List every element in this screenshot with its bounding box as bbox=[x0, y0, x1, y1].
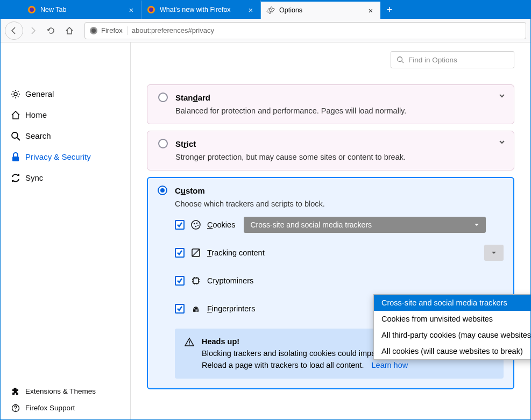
tab-whats-new[interactable]: What's new with Firefox × bbox=[141, 1, 261, 19]
tab-label: What's new with Firefox bbox=[160, 6, 242, 13]
svg-point-7 bbox=[12, 132, 18, 138]
option-label: Fingerprinters bbox=[207, 304, 255, 313]
search-icon bbox=[10, 131, 21, 141]
close-icon[interactable]: × bbox=[366, 6, 375, 15]
svg-point-11 bbox=[192, 220, 200, 229]
svg-rect-17 bbox=[193, 278, 199, 283]
svg-point-14 bbox=[195, 226, 196, 227]
options-search-input[interactable]: Find in Options bbox=[391, 51, 514, 68]
protection-card-strict[interactable]: Strict Stronger protection, but may caus… bbox=[147, 131, 514, 170]
sidebar-label: Home bbox=[25, 110, 47, 119]
card-title: Standard bbox=[175, 93, 210, 102]
chevron-down-icon bbox=[474, 222, 479, 227]
warning-icon bbox=[185, 337, 194, 371]
url-text: about:preferences#privacy bbox=[132, 26, 214, 34]
gear-icon bbox=[10, 89, 21, 99]
radio-strict[interactable] bbox=[158, 139, 168, 148]
option-cookies: Cookies Cross-site and social media trac… bbox=[175, 217, 504, 233]
tab-options[interactable]: Options × bbox=[261, 1, 380, 19]
home-button[interactable] bbox=[61, 22, 78, 39]
svg-point-6 bbox=[14, 92, 17, 96]
tab-label: New Tab bbox=[40, 6, 123, 13]
option-label: Tracking content bbox=[207, 248, 265, 257]
svg-point-3 bbox=[149, 8, 153, 12]
firefox-logo-icon bbox=[89, 26, 98, 35]
reload-button[interactable] bbox=[43, 22, 60, 39]
card-title: Strict bbox=[175, 139, 196, 148]
svg-point-13 bbox=[196, 223, 197, 224]
crypto-icon bbox=[191, 276, 201, 286]
dropdown-item[interactable]: All third-party cookies (may cause websi… bbox=[374, 327, 530, 343]
chevron-down-icon[interactable] bbox=[499, 91, 505, 101]
forward-button[interactable] bbox=[24, 22, 41, 39]
main-panel: Find in Options Standard Balanced for pr… bbox=[131, 42, 530, 420]
option-cryptominers: Cryptominers bbox=[175, 273, 504, 289]
learn-how-link[interactable]: Learn how bbox=[372, 361, 408, 369]
svg-point-15 bbox=[197, 225, 199, 226]
svg-point-1 bbox=[30, 8, 34, 12]
sidebar-item-general[interactable]: General bbox=[1, 83, 130, 104]
sidebar-item-privacy[interactable]: Privacy & Security bbox=[1, 146, 130, 167]
sidebar-item-home[interactable]: Home bbox=[1, 104, 130, 125]
new-tab-button[interactable]: + bbox=[380, 1, 399, 19]
search-placeholder: Find in Options bbox=[408, 56, 457, 64]
card-description: Balanced for protection and performance.… bbox=[175, 106, 503, 115]
help-icon bbox=[11, 404, 20, 412]
card-title: Custom bbox=[175, 186, 205, 195]
close-icon[interactable]: × bbox=[246, 5, 255, 15]
dropdown-item[interactable]: Cookies from unvisited websites bbox=[374, 311, 530, 327]
back-button[interactable] bbox=[5, 22, 23, 40]
identity-box[interactable]: Firefox bbox=[89, 26, 128, 35]
nav-toolbar: Firefox about:preferences#privacy bbox=[1, 19, 530, 42]
tab-label: Options bbox=[279, 6, 362, 14]
card-description: Choose which trackers and scripts to blo… bbox=[175, 200, 504, 208]
sidebar-label: Privacy & Security bbox=[25, 152, 91, 161]
sidebar: General Home Search Privacy & Security S… bbox=[1, 42, 131, 420]
option-label: Cryptominers bbox=[207, 276, 253, 285]
puzzle-icon bbox=[11, 387, 20, 396]
cookie-icon bbox=[191, 220, 201, 230]
tab-new-tab[interactable]: New Tab × bbox=[22, 1, 141, 19]
tab-strip: New Tab × What's new with Firefox × Opti… bbox=[1, 1, 530, 19]
sync-icon bbox=[10, 173, 21, 183]
sidebar-label: Search bbox=[25, 131, 51, 140]
checkbox-cryptominers[interactable] bbox=[175, 276, 185, 286]
sidebar-item-support[interactable]: Firefox Support bbox=[1, 400, 130, 416]
gear-icon bbox=[266, 6, 275, 15]
sidebar-label: Sync bbox=[25, 173, 43, 182]
checkbox-tracking[interactable] bbox=[175, 248, 185, 258]
sidebar-item-extensions[interactable]: Extensions & Themes bbox=[1, 383, 130, 400]
home-icon bbox=[10, 110, 21, 120]
select-value: Cross-site and social media trackers bbox=[250, 220, 372, 229]
chevron-down-icon bbox=[491, 250, 497, 255]
sidebar-label: Firefox Support bbox=[25, 404, 75, 412]
checkbox-cookies[interactable] bbox=[175, 220, 185, 230]
cookies-dropdown: Cross-site and social media trackers Coo… bbox=[373, 294, 530, 360]
svg-point-10 bbox=[398, 57, 402, 62]
svg-point-12 bbox=[194, 223, 195, 224]
firefox-icon bbox=[27, 5, 36, 14]
tracking-icon bbox=[191, 248, 201, 258]
sidebar-label: General bbox=[25, 89, 54, 98]
radio-custom[interactable] bbox=[158, 186, 167, 195]
url-bar[interactable]: Firefox about:preferences#privacy bbox=[84, 22, 526, 39]
dropdown-item[interactable]: Cross-site and social media trackers bbox=[374, 295, 530, 311]
lock-icon bbox=[10, 152, 21, 162]
cookies-select[interactable]: Cross-site and social media trackers bbox=[244, 217, 486, 233]
notice-title: Heads up! bbox=[202, 337, 239, 346]
sidebar-item-sync[interactable]: Sync bbox=[1, 167, 130, 188]
card-description: Stronger protection, but may cause some … bbox=[175, 153, 503, 161]
radio-standard[interactable] bbox=[158, 92, 168, 102]
dropdown-item[interactable]: All cookies (will cause websites to brea… bbox=[374, 343, 530, 359]
checkbox-fingerprinters[interactable] bbox=[175, 304, 185, 314]
svg-point-5 bbox=[91, 29, 96, 33]
tracking-select[interactable] bbox=[484, 245, 504, 261]
option-label: Cookies bbox=[207, 220, 235, 229]
sidebar-label: Extensions & Themes bbox=[25, 387, 96, 395]
sidebar-item-search[interactable]: Search bbox=[1, 125, 130, 146]
fingerprint-icon bbox=[191, 304, 201, 314]
close-icon[interactable]: × bbox=[127, 5, 136, 15]
chevron-down-icon[interactable] bbox=[499, 138, 505, 147]
option-tracking: Tracking content bbox=[175, 245, 504, 261]
protection-card-standard[interactable]: Standard Balanced for protection and per… bbox=[147, 84, 514, 124]
